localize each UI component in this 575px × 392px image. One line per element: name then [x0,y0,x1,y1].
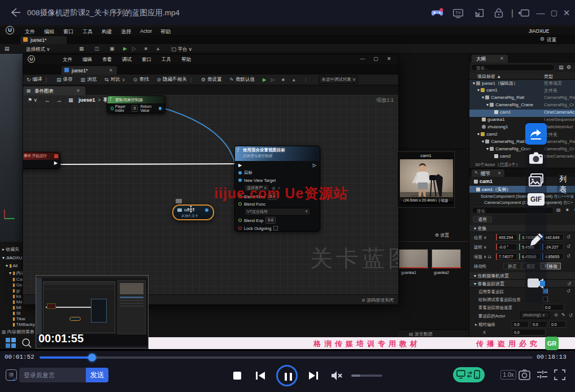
tree-folder: ▮ TMBackys [12,322,35,327]
send-button[interactable]: 发送 [86,368,108,382]
node-title: 获取玩家控制器 [115,97,143,103]
ue-toolbar: ▤ 选择模式 ∨ ▦ ◫ ▣ ▶ ▷ ■ ▲ ⋮ ▢ 平台 ∨ [0,44,575,54]
playlist-collapse-icon[interactable]: < [562,188,567,196]
maximize-button[interactable]: ▢ [548,7,560,19]
tree-folder: ▮ ka [12,294,21,299]
screen-cast-icon[interactable] [473,7,486,19]
camera-preview-image [400,159,453,201]
outliner-row: ▾ juese1（编辑器）世界场景 [469,80,575,88]
pin-label: Blend Exp [244,218,263,223]
node-get-player-controller: ƒ 获取玩家控制器 Player Index0 Return Value [107,95,165,114]
bp-tab-label: juese1* [72,68,88,73]
offset-y: 0.0 [530,321,547,328]
mouse-cursor [187,205,195,213]
tree-folder: ▮ St [12,311,20,316]
previous-button[interactable] [255,371,265,380]
pin-label: New View Target [244,178,276,183]
playback-speed[interactable]: 1.0x [500,370,516,380]
bp-play-controls: ▶▷ ■ ▲ ⋮ [263,77,311,82]
pin-label: Lock Outgoing [244,226,271,231]
banner-text-right: 传播盗用必究 [476,339,541,349]
titlebar: 008摄像机进阶课2_关卡序列的蓝图应用.mp4 TV | — ▢ ✕ [0,0,575,25]
start-menu-icon [6,338,16,348]
image-tool-icon[interactable] [527,171,545,189]
stop-button[interactable] [233,372,241,380]
bp-compile-button: ↻编译⋮ [27,76,49,83]
seek-handle[interactable] [88,354,96,361]
close-button[interactable]: ✕ [560,7,573,19]
gif-tool-icon[interactable]: GIF [528,193,544,206]
share-button[interactable] [525,123,547,145]
lock-icon[interactable] [493,7,505,19]
seek-bar[interactable] [40,356,533,359]
ue-logo: U [6,26,14,34]
tree-folder: ▮ Tikw [12,316,25,321]
volume-fill [351,374,360,377]
divider: | [510,7,515,19]
bp-menu-item: 文件 [63,56,72,63]
pause-button[interactable] [276,365,298,386]
mobility-label: 移动性 [474,264,487,269]
video-frame[interactable]: U 文件 编辑 窗口 工具 构建 选择 Actor 帮助 JIAOXUE jue… [0,25,575,351]
event-badge-icon [54,154,58,158]
next-button[interactable] [308,371,319,380]
asset-tile: guanka2 [432,249,461,281]
bp-tab-close-icon: ✕ [109,68,113,73]
derived-data-label: ▤ 派生数据 [409,331,433,337]
function-icon: ƒ [110,97,112,101]
function-icon: ƒ [237,147,239,151]
tv-icon[interactable]: TV [452,7,464,19]
fullscreen-button[interactable] [554,369,565,380]
outliner-tab-label: 大纲 [476,56,486,63]
scale-label: 缩放 ∨ ⊔ [474,254,491,260]
danmaku-toggle[interactable]: 弹 ✓ [6,369,17,381]
gamepad-icon[interactable] [431,7,443,19]
graph-tab-close-icon: ✕ [76,88,80,93]
chat-input[interactable] [19,368,86,382]
pin-label: 目标 [244,170,252,176]
outliner-row: ▾ CameraRig_CraneCameraRig_Cr [469,102,575,110]
bp-class-defaults-button: ✎类默认值 [230,76,255,83]
details-view-icons: ▤ ★ ⚙ [556,207,575,212]
snapshot-button[interactable] [519,369,530,380]
bp-hide-button: ⊘隐藏不相关⋮ [156,76,193,83]
gr-logo: GR [545,337,559,350]
blend-func-dropdown: VT混合线性∨ [244,208,311,216]
blueprint-window: U 文件 编辑 查看 调试 窗口 工具 帮助 — ▢ ✕ juese1* [23,54,399,305]
device-cast-button[interactable] [453,367,485,382]
asset-label: guanka1 [401,271,416,275]
bp-menu-item: 帮助 [181,56,191,63]
current-time: 00:01:52 [5,354,34,360]
mute-button[interactable] [330,371,343,381]
pencil-tool-icon[interactable] [529,232,544,247]
reset-icon: ↺ [567,244,570,249]
location-x: 493.294 [496,234,517,241]
details-filter-general: 通用 [473,216,492,223]
minimize-button[interactable]: — [534,7,547,19]
actor-to-track-label: 要追踪的Actor [478,313,506,319]
axis-gizmo-icon [2,206,17,221]
outliner-row: zhuizong1StaticMeshAct [469,124,575,132]
record-tool-icon[interactable] [526,276,546,291]
clipboard-icon [176,199,182,203]
bp-menu-item: 编辑 [82,56,92,63]
mini-player-icon[interactable] [518,7,530,19]
back-icon[interactable] [9,7,21,18]
ue-settings-gear-icon: ⚙ [540,36,544,42]
pick-actor-icons: ⊙ ✎ [554,312,567,317]
asset-label: guanka2 [434,271,449,275]
outliner-row: ▾ CameraRig_CranCameraRig_Cr [469,146,575,154]
video-title: 008摄像机进阶课2_关卡序列的蓝图应用.mp4 [27,8,180,18]
node-title: 使用混合设置视图目标 [243,147,285,153]
outliner-search-placeholder: 搜索... [476,66,488,71]
control-bar: 弹 ✓ 发送 1.0x [0,364,575,392]
app-window: 008摄像机进阶课2_关卡序列的蓝图应用.mp4 TV | — ▢ ✕ U 文件… [0,0,575,392]
outliner-row: ▾ cam2文件夹 [469,132,575,139]
actor-icon [177,208,182,212]
site-watermark: iijue.com Ue资源站 [214,184,348,203]
bp-logo: U [28,55,35,63]
volume-slider[interactable] [351,374,382,377]
node-event-beginplay: 事件 开始运行 ▶ [23,152,60,169]
settings-button[interactable] [537,370,548,380]
screenshot-tool-icon[interactable] [527,149,545,167]
